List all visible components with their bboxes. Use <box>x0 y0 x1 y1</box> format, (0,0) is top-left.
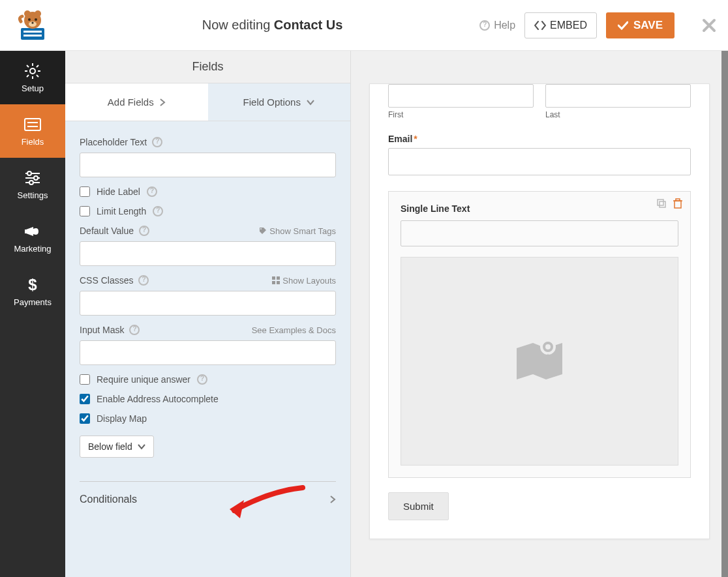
map-position-value: Below field <box>88 441 132 452</box>
svg-rect-19 <box>25 119 40 130</box>
svg-point-7 <box>35 18 37 21</box>
last-name-input[interactable] <box>545 84 691 108</box>
panel-title: Fields <box>65 51 350 83</box>
require-unique-row: Require unique answer <box>80 374 336 385</box>
svg-line-16 <box>37 75 38 77</box>
svg-point-5 <box>35 10 41 17</box>
show-smart-tags-link[interactable]: Show Smart Tags <box>259 226 336 236</box>
svg-rect-39 <box>676 199 680 201</box>
help-icon[interactable] <box>139 226 149 236</box>
svg-line-15 <box>27 65 29 67</box>
single-line-field[interactable]: Single Line Text <box>388 191 691 478</box>
svg-point-4 <box>24 10 31 17</box>
display-map-checkbox[interactable] <box>80 413 90 424</box>
form-preview-area: . First Last Email* <box>351 51 728 577</box>
save-button[interactable]: SAVE <box>606 12 675 38</box>
help-icon[interactable] <box>129 325 140 335</box>
chevron-right-icon <box>159 98 166 106</box>
help-icon[interactable] <box>153 206 163 216</box>
svg-rect-31 <box>272 276 275 280</box>
duplicate-button[interactable] <box>656 198 667 209</box>
email-label: Email* <box>388 134 691 144</box>
sliders-icon <box>24 170 41 186</box>
close-icon <box>702 18 716 33</box>
display-map-row: Display Map <box>80 413 336 424</box>
map-position-select[interactable]: Below field <box>80 436 154 458</box>
show-layouts-link[interactable]: Show Layouts <box>272 276 336 286</box>
bullhorn-icon <box>24 223 41 240</box>
svg-point-27 <box>29 181 33 185</box>
svg-line-17 <box>37 65 38 67</box>
sidebar-item-settings[interactable]: Settings <box>0 158 65 211</box>
field-options-panel: Placeholder Text Hide Label Limit Length… <box>65 121 350 577</box>
sidebar-item-label: Payments <box>14 297 52 307</box>
map-placeholder <box>401 257 678 466</box>
input-mask-input[interactable] <box>80 340 336 365</box>
hide-label-row: Hide Label <box>80 186 336 197</box>
help-link[interactable]: Help <box>479 20 515 31</box>
placeholder-text-label: Placeholder Text <box>80 137 147 147</box>
dollar-icon: $ <box>24 276 41 293</box>
top-bar: Now editing Contact Us Help EMBED SAVE <box>0 0 728 51</box>
require-unique-checkbox[interactable] <box>80 374 90 385</box>
name-row: First Last <box>388 84 691 119</box>
embed-label: EMBED <box>550 20 587 31</box>
show-layouts-label: Show Layouts <box>282 276 336 286</box>
sidebar-item-marketing[interactable]: Marketing <box>0 211 65 265</box>
help-icon[interactable] <box>147 186 157 197</box>
hide-label-label: Hide Label <box>97 186 140 197</box>
svg-rect-32 <box>277 276 280 280</box>
field-actions <box>656 198 682 209</box>
sidebar-item-label: Marketing <box>14 244 51 254</box>
css-classes-input[interactable] <box>80 291 336 316</box>
left-panel: Fields Add Fields Field Options Placehol… <box>65 51 351 577</box>
sidebar-item-fields[interactable]: Fields <box>0 104 65 158</box>
svg-rect-33 <box>272 281 275 284</box>
delete-button[interactable] <box>673 198 682 209</box>
display-map-label: Display Map <box>97 413 147 424</box>
limit-length-checkbox[interactable] <box>80 206 90 216</box>
top-actions: Help EMBED SAVE <box>479 12 716 38</box>
help-icon[interactable] <box>152 137 162 147</box>
chevron-down-icon <box>138 443 145 450</box>
limit-length-label: Limit Length <box>97 206 146 216</box>
smart-tags-label: Show Smart Tags <box>269 226 336 236</box>
svg-rect-36 <box>660 201 665 207</box>
email-input[interactable] <box>388 148 691 175</box>
help-icon[interactable] <box>197 374 207 385</box>
help-icon <box>479 20 490 31</box>
help-icon[interactable] <box>138 275 149 286</box>
svg-rect-34 <box>277 281 280 284</box>
check-icon <box>618 21 628 30</box>
submit-label: Submit <box>403 501 434 512</box>
enable-autocomplete-checkbox[interactable] <box>80 394 90 404</box>
limit-length-row: Limit Length <box>80 206 336 216</box>
code-icon <box>534 21 546 30</box>
tab-label: Field Options <box>243 96 301 108</box>
list-icon <box>24 116 41 133</box>
tab-add-fields[interactable]: Add Fields <box>65 83 208 121</box>
sidebar-item-setup[interactable]: Setup <box>0 51 65 104</box>
email-label-text: Email <box>388 134 412 144</box>
enable-autocomplete-row: Enable Address Autocomplete <box>80 394 336 404</box>
required-asterisk: * <box>414 134 417 144</box>
close-button[interactable] <box>702 18 716 33</box>
submit-button[interactable]: Submit <box>388 492 449 520</box>
conditionals-section[interactable]: Conditionals <box>80 481 336 517</box>
scrollbar[interactable] <box>721 51 728 577</box>
map-pin-icon <box>510 335 569 387</box>
see-examples-link[interactable]: See Examples & Docs <box>252 325 336 335</box>
svg-rect-2 <box>23 35 42 37</box>
placeholder-text-input[interactable] <box>80 153 336 177</box>
single-line-input[interactable] <box>401 220 678 246</box>
tab-field-options[interactable]: Field Options <box>208 83 351 121</box>
default-value-input[interactable] <box>80 241 336 266</box>
first-name-input[interactable] <box>388 84 534 108</box>
editing-title: Now editing Contact Us <box>65 18 479 33</box>
hide-label-checkbox[interactable] <box>80 186 90 197</box>
embed-button[interactable]: EMBED <box>524 12 597 38</box>
require-unique-label: Require unique answer <box>97 374 190 385</box>
trash-icon <box>673 198 682 209</box>
sidebar-item-payments[interactable]: $ Payments <box>0 265 65 318</box>
sidebar-item-label: Settings <box>18 190 48 200</box>
